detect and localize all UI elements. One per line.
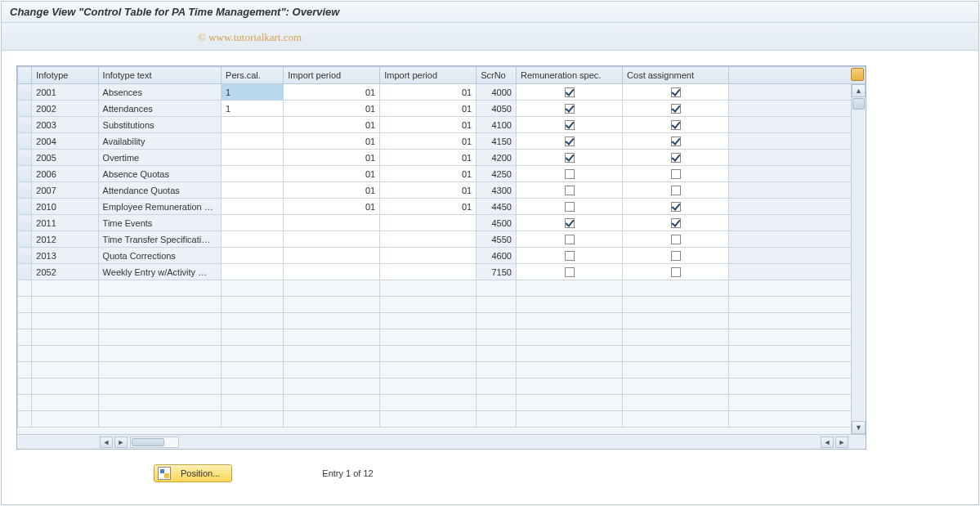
cell-empty[interactable] bbox=[222, 378, 284, 395]
cell-empty[interactable] bbox=[516, 297, 622, 313]
cell-empty[interactable] bbox=[98, 280, 221, 297]
col-remuneration[interactable]: Remuneration spec. bbox=[516, 67, 622, 84]
row-selector[interactable] bbox=[18, 182, 32, 199]
row-selector[interactable] bbox=[18, 411, 32, 428]
checkbox-icon[interactable] bbox=[671, 87, 681, 97]
cell-remuneration[interactable] bbox=[516, 199, 622, 215]
cell-perscal[interactable] bbox=[222, 150, 284, 166]
cell-remuneration[interactable] bbox=[516, 150, 622, 166]
cell-empty[interactable] bbox=[32, 297, 98, 313]
cell-empty[interactable] bbox=[477, 297, 517, 313]
col-pers-cal[interactable]: Pers.cal. bbox=[222, 67, 284, 84]
cell-perscal[interactable] bbox=[222, 182, 284, 199]
cell-remuneration[interactable] bbox=[516, 101, 622, 117]
row-selector[interactable] bbox=[18, 378, 32, 395]
cell-import2[interactable]: 01 bbox=[380, 117, 477, 133]
hscroll-right2-icon[interactable]: ► bbox=[835, 437, 848, 448]
cell-remuneration[interactable] bbox=[516, 133, 622, 150]
cell-empty[interactable] bbox=[32, 346, 98, 362]
cell-remuneration[interactable] bbox=[516, 248, 622, 264]
checkbox-icon[interactable] bbox=[565, 251, 575, 261]
cell-empty[interactable] bbox=[516, 313, 622, 329]
cell-empty[interactable] bbox=[284, 378, 380, 395]
cell-cost[interactable] bbox=[623, 117, 729, 133]
checkbox-icon[interactable] bbox=[671, 104, 681, 114]
checkbox-icon[interactable] bbox=[565, 120, 575, 130]
cell-cost[interactable] bbox=[623, 264, 729, 280]
cell-remuneration[interactable] bbox=[516, 166, 622, 182]
checkbox-icon[interactable] bbox=[671, 235, 681, 244]
cell-import2[interactable]: 01 bbox=[380, 84, 477, 101]
checkbox-icon[interactable] bbox=[565, 202, 575, 212]
cell-empty[interactable] bbox=[623, 346, 729, 362]
cell-import1[interactable] bbox=[284, 248, 380, 264]
row-selector[interactable] bbox=[18, 280, 32, 297]
cell-perscal[interactable] bbox=[222, 199, 284, 215]
cell-cost[interactable] bbox=[623, 166, 729, 182]
cell-empty[interactable] bbox=[516, 395, 622, 411]
cell-import1[interactable]: 01 bbox=[284, 133, 380, 150]
checkbox-icon[interactable] bbox=[671, 153, 681, 163]
cell-remuneration[interactable] bbox=[516, 231, 622, 248]
scroll-thumb[interactable] bbox=[852, 98, 865, 110]
cell-empty[interactable] bbox=[32, 329, 98, 346]
cell-empty[interactable] bbox=[623, 378, 729, 395]
cell-empty[interactable] bbox=[98, 313, 221, 329]
cell-perscal[interactable] bbox=[222, 231, 284, 248]
cell-cost[interactable] bbox=[623, 101, 729, 117]
checkbox-icon[interactable] bbox=[565, 87, 575, 97]
cell-empty[interactable] bbox=[284, 411, 380, 428]
cell-perscal[interactable] bbox=[222, 133, 284, 150]
checkbox-icon[interactable] bbox=[671, 186, 681, 195]
cell-empty[interactable] bbox=[623, 313, 729, 329]
cell-empty[interactable] bbox=[284, 395, 380, 411]
cell-empty[interactable] bbox=[477, 378, 517, 395]
cell-empty[interactable] bbox=[98, 411, 221, 428]
row-selector[interactable] bbox=[18, 133, 32, 150]
cell-import1[interactable]: 01 bbox=[284, 150, 380, 166]
cell-empty[interactable] bbox=[477, 395, 517, 411]
cell-empty[interactable] bbox=[380, 346, 477, 362]
cell-import1[interactable] bbox=[284, 231, 380, 248]
hscroll-left-icon[interactable]: ◄ bbox=[100, 437, 113, 448]
cell-empty[interactable] bbox=[98, 362, 221, 378]
cell-import1[interactable] bbox=[284, 264, 380, 280]
cell-empty[interactable] bbox=[477, 280, 517, 297]
cell-empty[interactable] bbox=[516, 362, 622, 378]
cell-empty[interactable] bbox=[516, 329, 622, 346]
cell-empty[interactable] bbox=[284, 313, 380, 329]
cell-import2[interactable]: 01 bbox=[380, 133, 477, 150]
cell-empty[interactable] bbox=[98, 346, 221, 362]
cell-empty[interactable] bbox=[284, 362, 380, 378]
cell-import1[interactable]: 01 bbox=[284, 117, 380, 133]
hscroll-right-icon[interactable]: ► bbox=[114, 437, 128, 448]
cell-empty[interactable] bbox=[222, 280, 284, 297]
checkbox-icon[interactable] bbox=[565, 169, 575, 179]
checkbox-icon[interactable] bbox=[671, 137, 681, 146]
row-selector[interactable] bbox=[18, 215, 32, 231]
cell-import1[interactable]: 01 bbox=[284, 84, 380, 101]
row-selector[interactable] bbox=[18, 313, 32, 329]
checkbox-icon[interactable] bbox=[565, 235, 575, 244]
row-selector[interactable] bbox=[18, 346, 32, 362]
cell-cost[interactable] bbox=[623, 199, 729, 215]
row-selector[interactable] bbox=[18, 248, 32, 264]
cell-import1[interactable]: 01 bbox=[284, 182, 380, 199]
row-selector[interactable] bbox=[18, 362, 32, 378]
cell-empty[interactable] bbox=[32, 411, 98, 428]
cell-import1[interactable]: 01 bbox=[284, 166, 380, 182]
cell-import2[interactable] bbox=[380, 264, 477, 280]
cell-remuneration[interactable] bbox=[516, 264, 622, 280]
col-infotype[interactable]: Infotype bbox=[32, 67, 98, 84]
cell-empty[interactable] bbox=[98, 378, 221, 395]
cell-cost[interactable] bbox=[623, 248, 729, 264]
cell-import1[interactable]: 01 bbox=[284, 101, 380, 117]
cell-empty[interactable] bbox=[477, 346, 517, 362]
row-selector[interactable] bbox=[18, 150, 32, 166]
cell-empty[interactable] bbox=[222, 346, 284, 362]
row-selector[interactable] bbox=[18, 101, 32, 117]
cell-perscal[interactable] bbox=[222, 215, 284, 231]
cell-cost[interactable] bbox=[623, 150, 729, 166]
hscroll-thumb[interactable] bbox=[132, 438, 164, 446]
cell-remuneration[interactable] bbox=[516, 117, 622, 133]
